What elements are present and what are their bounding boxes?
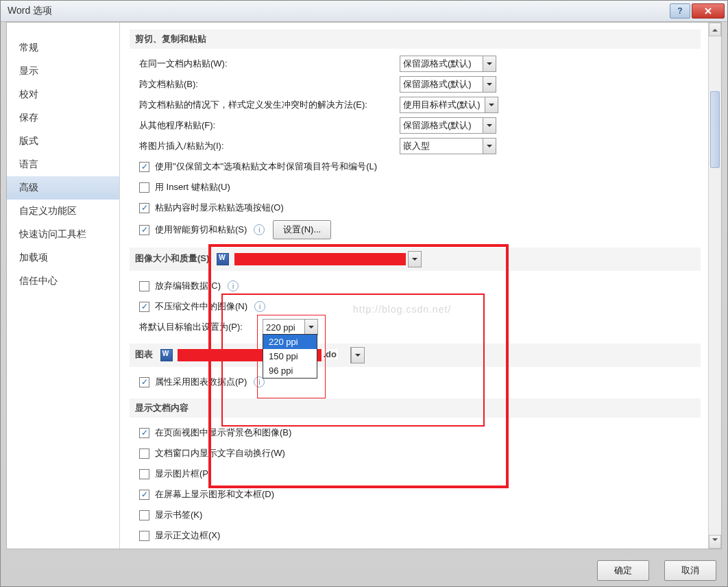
paste-cross-doc-label: 跨文档粘贴(B): xyxy=(139,78,400,91)
chart-props-datapoint-checkbox[interactable]: 属性采用图表数据点(P) xyxy=(139,376,247,388)
sidebar-item-customize-ribbon[interactable]: 自定义功能区 xyxy=(7,200,119,223)
paste-cross-doc-select[interactable]: 保留源格式(默认) xyxy=(400,76,496,93)
show-bookmarks-checkbox[interactable]: 显示书签(K) xyxy=(139,509,202,521)
sidebar-item-proofing[interactable]: 校对 xyxy=(7,83,119,106)
document-icon xyxy=(160,349,173,361)
ok-button[interactable]: 确定 xyxy=(597,560,649,581)
sidebar-item-save[interactable]: 保存 xyxy=(7,106,119,130)
scroll-up-arrow-icon[interactable] xyxy=(709,23,721,36)
sidebar-item-layout[interactable]: 版式 xyxy=(7,130,119,153)
checkbox-icon xyxy=(139,377,149,387)
checkbox-icon xyxy=(139,469,149,479)
paste-other-prog-label: 从其他程序粘贴(F): xyxy=(139,119,400,132)
checkbox-icon xyxy=(139,182,149,193)
image-quality-doc-select[interactable] xyxy=(408,251,422,267)
close-button[interactable] xyxy=(692,3,725,19)
word-options-dialog: Word 选项 ? 常规 显示 校对 保存 版式 语言 高级 自定义功能区 快速… xyxy=(0,0,728,587)
ppi-dropdown-list: 220 ppi 150 ppi 96 ppi xyxy=(263,334,317,379)
show-paste-options-checkbox[interactable]: 粘贴内容时显示粘贴选项按钮(O) xyxy=(139,202,284,214)
sidebar-item-general[interactable]: 常规 xyxy=(7,36,119,60)
insert-pic-as-select[interactable]: 嵌入型 xyxy=(400,138,496,154)
document-icon xyxy=(217,253,229,265)
keep-bullets-checkbox[interactable]: 使用"仅保留文本"选项粘贴文本时保留项目符号和编号(L) xyxy=(139,160,377,173)
sidebar-item-quick-access[interactable]: 快速访问工具栏 xyxy=(7,223,119,246)
chart-doc-select[interactable] xyxy=(350,347,365,363)
chevron-down-icon xyxy=(483,118,496,133)
sidebar-item-addins[interactable]: 加载项 xyxy=(7,246,119,269)
titlebar: Word 选项 ? xyxy=(1,1,727,22)
ppi-option-96[interactable]: 96 ppi xyxy=(263,363,317,378)
checkbox-icon xyxy=(139,225,149,235)
checkbox-icon xyxy=(139,448,149,459)
checkbox-icon xyxy=(139,428,149,438)
dialog-body: 常规 显示 校对 保存 版式 语言 高级 自定义功能区 快速访问工具栏 加载项 … xyxy=(6,22,722,549)
help-button[interactable]: ? xyxy=(670,3,690,19)
window-title: Word 选项 xyxy=(8,5,52,17)
redacted-document-name xyxy=(234,253,406,265)
checkbox-icon xyxy=(139,510,149,520)
show-shapes-textboxes-checkbox[interactable]: 在屏幕上显示图形和文本框(D) xyxy=(139,488,274,501)
section-display-content: 显示文档内容 xyxy=(130,398,701,418)
show-picture-frames-checkbox[interactable]: 显示图片框(P) xyxy=(139,468,211,480)
paste-conflict-select[interactable]: 使用目标样式(默认) xyxy=(400,97,498,113)
chevron-down-icon xyxy=(304,320,317,335)
sidebar-item-display[interactable]: 显示 xyxy=(7,60,119,83)
checkbox-icon xyxy=(139,302,149,312)
use-insert-key-checkbox[interactable]: 用 Insert 键粘贴(U) xyxy=(139,181,230,193)
paste-same-doc-select[interactable]: 保留源格式(默认) xyxy=(400,56,496,72)
checkbox-icon xyxy=(139,203,149,213)
section-cut-copy-paste: 剪切、复制和粘贴 xyxy=(130,29,701,49)
checkbox-icon xyxy=(139,531,149,541)
wrap-text-checkbox[interactable]: 文档窗口内显示文字自动换行(W) xyxy=(139,447,285,459)
show-text-boundaries-checkbox[interactable]: 显示正文边框(X) xyxy=(139,529,220,542)
sidebar-item-trust-center[interactable]: 信任中心 xyxy=(7,269,119,293)
ppi-option-220[interactable]: 220 ppi xyxy=(263,335,317,349)
checkbox-icon xyxy=(139,490,149,500)
ppi-option-150[interactable]: 150 ppi xyxy=(263,349,317,363)
paste-same-doc-label: 在同一文档内粘贴(W): xyxy=(139,58,400,70)
paste-conflict-label: 跨文档粘贴的情况下，样式定义发生冲突时的解决方法(E): xyxy=(139,99,400,111)
smart-cut-settings-button[interactable]: 设置(N)... xyxy=(273,220,331,239)
info-icon: i xyxy=(254,301,265,312)
scroll-area: 剪切、复制和粘贴 在同一文档内粘贴(W): 保留源格式(默认) 跨文档粘贴(B)… xyxy=(120,23,709,549)
sidebar-item-language[interactable]: 语言 xyxy=(7,153,119,176)
chevron-down-icon xyxy=(408,252,421,267)
discard-edit-data-checkbox[interactable]: 放弃编辑数据(C) xyxy=(139,280,221,292)
no-compress-images-checkbox[interactable]: 不压缩文件中的图像(N) xyxy=(139,300,247,313)
chevron-down-icon xyxy=(483,56,496,71)
show-bg-color-checkbox[interactable]: 在页面视图中显示背景色和图像(B) xyxy=(139,427,291,439)
close-icon xyxy=(704,7,712,15)
vertical-scrollbar[interactable] xyxy=(708,23,721,549)
default-target-output-label: 将默认目标输出设置为(P): xyxy=(139,321,263,333)
chevron-down-icon xyxy=(483,77,496,92)
scroll-down-arrow-icon[interactable] xyxy=(709,535,721,549)
dialog-footer: 确定 取消 xyxy=(589,560,716,581)
smart-cut-paste-checkbox[interactable]: 使用智能剪切和粘贴(S) xyxy=(139,224,247,236)
sidebar-item-advanced[interactable]: 高级 xyxy=(7,176,119,200)
info-icon: i xyxy=(228,280,239,291)
chevron-down-icon xyxy=(351,348,364,363)
cancel-button[interactable]: 取消 xyxy=(664,560,716,581)
section-chart: 图表 .do xyxy=(130,344,701,367)
scroll-thumb[interactable] xyxy=(710,91,720,168)
chevron-down-icon xyxy=(483,139,496,154)
insert-pic-as-label: 将图片插入/粘贴为(I): xyxy=(139,140,400,152)
default-ppi-select[interactable]: 220 ppi xyxy=(263,319,318,335)
paste-other-prog-select[interactable]: 保留源格式(默认) xyxy=(400,117,496,134)
checkbox-icon xyxy=(139,281,149,291)
checkbox-icon xyxy=(139,162,149,172)
caption-buttons: ? xyxy=(670,3,727,19)
options-panel: 剪切、复制和粘贴 在同一文档内粘贴(W): 保留源格式(默认) 跨文档粘贴(B)… xyxy=(120,23,721,549)
chevron-down-icon xyxy=(485,97,498,112)
sidebar: 常规 显示 校对 保存 版式 语言 高级 自定义功能区 快速访问工具栏 加载项 … xyxy=(7,23,120,549)
section-image-size-quality: 图像大小和质量(S) xyxy=(130,248,701,271)
info-icon: i xyxy=(254,224,265,235)
